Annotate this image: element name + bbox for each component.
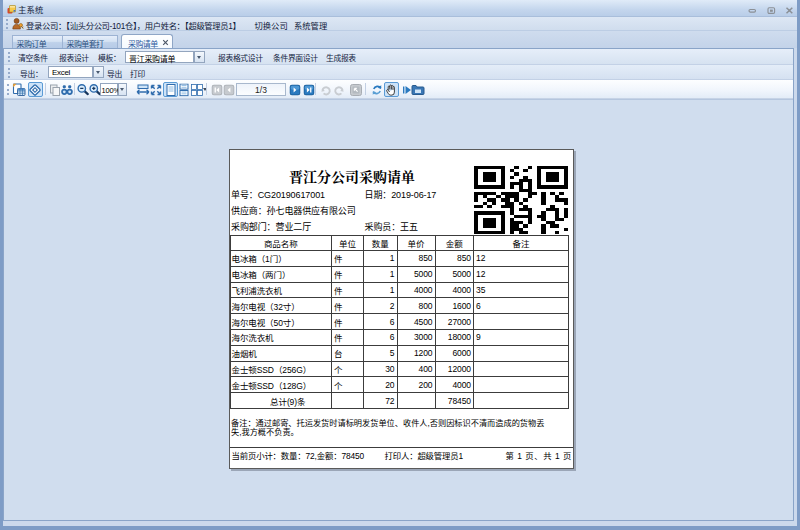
window-border-left [0, 0, 3, 530]
condition-design-button[interactable]: 条件界面设计 [273, 52, 318, 63]
export-options-button[interactable] [12, 82, 27, 97]
tab-strip: 采购订单 采购单套打 采购请单 [3, 31, 797, 48]
refresh-icon [370, 83, 383, 96]
next-page-icon [290, 84, 301, 95]
table-total-row-cell [397, 393, 435, 409]
table-row: 海尔电视（50寸）件6450027000 [230, 314, 569, 330]
field-buyer: 采购员：王五 [365, 220, 418, 233]
table-header-row-cell: 数量 [364, 235, 398, 251]
table-total-row-cell: 72 [364, 393, 398, 409]
table-row-cell: 12000 [435, 361, 474, 377]
report-footer-printer: 打印人：超级管理员1 [385, 449, 464, 461]
field-bill-no: 单号：CG20190617001 [231, 188, 325, 201]
template-dropdown-button[interactable] [194, 51, 205, 63]
table-row-cell: 台 [332, 345, 364, 361]
table-header-row-cell: 单价 [397, 235, 435, 251]
generate-report-button[interactable]: 生成报表 [326, 52, 356, 63]
tab-purchase-request[interactable]: 采购请单 [121, 34, 173, 50]
table-row: 金士顿SSD（128G）个202004000 [230, 377, 569, 393]
whole-page-button[interactable] [149, 82, 164, 97]
table-row: 电冰箱（两门）件15000500012 [230, 266, 569, 282]
table-row-cell: 金士顿SSD（128G） [230, 377, 332, 393]
tab-purchase-order[interactable]: 采购订单 [12, 35, 63, 49]
main-window: 主系统 登录公司：【汕头分公司-101仓】，用户姓名：【超级管理员1】 切换公司… [0, 0, 800, 530]
toolbar-grip[interactable] [8, 52, 11, 62]
toolbar-separator [365, 83, 366, 95]
prev-page-icon [224, 84, 235, 95]
menu-item-switch-company[interactable]: 切换公司 [255, 19, 288, 31]
table-total-row-cell [474, 393, 569, 409]
table-header-row-cell: 商品名称 [230, 235, 332, 251]
export-options-icon [12, 83, 26, 97]
export-button[interactable]: 导出 [107, 68, 122, 79]
export-type-dropdown-button[interactable] [93, 66, 104, 78]
zoom-combobox[interactable]: 100% [100, 83, 118, 96]
clear-condition-button[interactable]: 清空条件 [18, 52, 48, 63]
table-row-cell: 个 [332, 377, 364, 393]
page-indicator[interactable]: 1/3 [236, 83, 286, 96]
table-row-cell: 20 [364, 377, 398, 393]
hand-tool-button[interactable] [384, 82, 399, 97]
format-design-button[interactable]: 报表格式设计 [218, 52, 263, 63]
report-design-button[interactable]: 报表设计 [59, 52, 89, 63]
table-row-cell [474, 361, 569, 377]
menu-item-system-manage[interactable]: 系统管理 [294, 19, 327, 31]
table-header-row-cell: 单位 [332, 235, 364, 251]
minimize-icon[interactable] [748, 7, 757, 14]
title-bar: 主系统 [0, 0, 800, 17]
table-row-cell: 6 [364, 329, 398, 345]
redo-button[interactable] [332, 82, 347, 97]
table-total-row-cell [332, 393, 364, 409]
table-row-cell: 个 [332, 361, 364, 377]
table-row-cell: 9 [474, 329, 569, 345]
table-row-cell: 800 [397, 298, 435, 314]
folder-button[interactable] [411, 82, 426, 97]
preview-area: 晋江分公司采购请单 单号：CG20190617001 日期：2019-06-17… [4, 99, 793, 520]
table-header-row-cell: 备注 [474, 235, 569, 251]
table-row-cell: 6 [364, 314, 398, 330]
table-row-cell [474, 345, 569, 361]
export-type-combobox[interactable]: Excel [48, 66, 93, 78]
window-title: 主系统 [18, 3, 44, 15]
print-button[interactable]: 打印 [130, 68, 145, 79]
table-row-cell: 6000 [435, 345, 474, 361]
toolbar-grip[interactable] [7, 84, 10, 95]
find-icon [60, 83, 74, 96]
table-row-cell: 4500 [397, 314, 435, 330]
page-width-icon [136, 83, 150, 96]
table-row-cell: 200 [397, 377, 435, 393]
close-icon[interactable] [785, 7, 794, 14]
toolbar-grip[interactable] [8, 68, 11, 78]
table-row-cell: 3000 [397, 329, 435, 345]
table-row-cell [474, 377, 569, 393]
table-row-cell: 4000 [397, 282, 435, 298]
table-total-row-cell: 78450 [435, 393, 474, 409]
table-row-cell: 海尔电视（32寸） [230, 298, 332, 314]
find-button[interactable] [60, 82, 75, 97]
table-row: 海尔洗衣机件63000180009 [230, 329, 569, 345]
table-row-cell: 12 [474, 266, 569, 282]
login-toolbar: 登录公司：【汕头分公司-101仓】，用户姓名：【超级管理员1】 切换公司 系统管… [3, 17, 797, 31]
redo-icon [333, 84, 345, 96]
maximize-icon[interactable] [767, 7, 776, 14]
table-row-cell: 电冰箱（两门） [230, 266, 332, 282]
template-combobox[interactable]: 晋江采购请单 [125, 51, 194, 63]
window-border-bottom [0, 526, 800, 530]
page-setup-button[interactable] [349, 82, 364, 97]
table-total-row-cell: 总计(9)条 [230, 393, 332, 409]
table-row-cell: 6 [474, 298, 569, 314]
hand-tool-icon [385, 83, 397, 96]
table-row-cell: 5000 [397, 266, 435, 282]
table-row-cell: 海尔洗衣机 [230, 329, 332, 345]
zoom-dropdown-button[interactable] [118, 83, 127, 96]
table-row-cell: 海尔电视（50寸） [230, 314, 332, 330]
table-row-cell: 1 [364, 251, 398, 267]
toolbar-grip[interactable] [6, 19, 9, 29]
tab-close-icon[interactable] [162, 39, 169, 46]
table-row: 飞利浦洗衣机件14000400035 [230, 282, 569, 298]
table-row-cell [474, 314, 569, 330]
prev-page-button[interactable] [222, 82, 237, 97]
tab-purchase-batch-print[interactable]: 采购单套打 [62, 35, 118, 49]
refresh-button[interactable] [369, 82, 384, 97]
document-map-button[interactable] [28, 82, 43, 97]
